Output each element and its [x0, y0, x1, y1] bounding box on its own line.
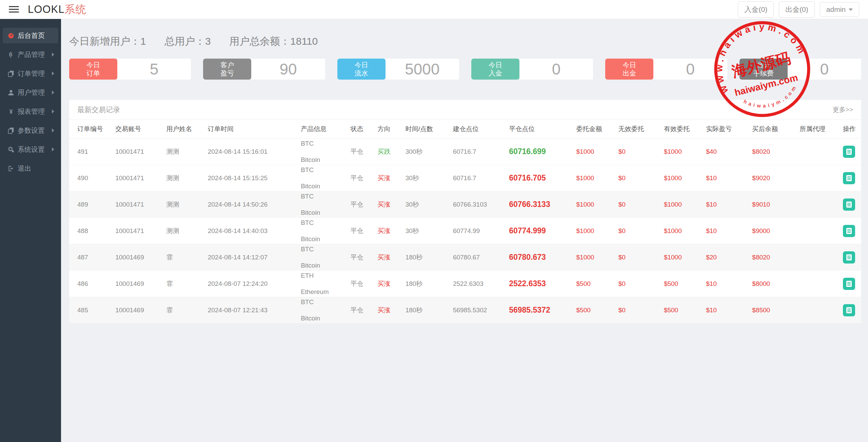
stat-cards-row: 今日订单 5 客户盈亏 90 今日流水 5000 今日入金 0 今日出金 0 当… [69, 59, 861, 80]
order-detail-button[interactable] [843, 304, 855, 316]
cell-direction: 买涨 [375, 297, 403, 323]
sidebar-item-logout[interactable]: 退出 [3, 161, 58, 176]
table-row: 486 10001469 霏 2024-08-07 12:24:20 ETH E… [69, 271, 861, 297]
cell-order-id: 485 [69, 297, 113, 323]
list-icon [846, 175, 852, 182]
order-detail-button[interactable] [843, 172, 855, 184]
cell-direction: 买涨 [375, 244, 403, 271]
cell-username: 霏 [163, 271, 205, 297]
cell-profit: $10 [703, 218, 749, 244]
cell-balance: $8500 [749, 297, 797, 323]
svg-text:¥: ¥ [9, 108, 13, 115]
cell-direction: 买涨 [375, 191, 403, 218]
cell-order-id: 491 [69, 139, 113, 165]
sidebar-item-system[interactable]: 系统设置 [3, 142, 58, 157]
cell-duration: 180秒 [403, 297, 450, 323]
cell-username: 测测 [163, 139, 205, 165]
cell-product: BTC Bitcoin [298, 297, 348, 323]
cell-profit: $10 [703, 165, 749, 191]
cell-status: 平仓 [348, 218, 375, 244]
order-detail-button[interactable] [843, 146, 855, 158]
chevron-down-icon [849, 8, 853, 11]
params-icon [7, 127, 18, 134]
trades-panel: 最新交易记录 更多>> 订单编号 交易账号 用户姓名 订单时间 产品信息 状态 [69, 100, 861, 323]
brand-logo[interactable]: LOOKL系统 [28, 2, 86, 17]
cell-open-price: 60766.3103 [450, 191, 506, 218]
cell-product: BTC Bitcoin [298, 165, 348, 191]
list-icon [846, 201, 852, 208]
sidebar-item-reports[interactable]: ¥ 报表管理 [3, 104, 58, 119]
trades-table-body: 491 10001471 测测 2024-08-14 15:16:01 BTC … [69, 139, 861, 323]
cell-agent [797, 271, 840, 297]
cell-profit: $40 [703, 139, 749, 165]
card-value: 5 [117, 59, 191, 80]
order-detail-button[interactable] [843, 198, 855, 211]
deposit-button[interactable]: 入金(0) [738, 1, 774, 18]
order-detail-button[interactable] [843, 278, 855, 290]
cell-account: 10001471 [113, 191, 163, 218]
cell-amount: $500 [574, 271, 616, 297]
total-users-label: 总用户： [164, 36, 205, 47]
card-today-turnover: 今日流水 5000 [337, 59, 459, 80]
table-row: 485 10001469 霏 2024-08-07 12:21:43 BTC B… [69, 297, 861, 323]
cell-close-price: 60780.673 [506, 244, 573, 271]
cell-open-price: 2522.6303 [450, 271, 506, 297]
chevron-right-icon [52, 52, 54, 57]
sidebar-item-params[interactable]: 参数设置 [3, 123, 58, 138]
table-row: 487 10001469 霏 2024-08-14 14:12:07 BTC B… [69, 244, 861, 271]
col-product: 产品信息 [298, 120, 348, 139]
user-icon [7, 89, 18, 96]
sidebar-item-label: 产品管理 [18, 50, 52, 59]
cell-balance: $9010 [749, 191, 797, 218]
sidebar-item-label: 报表管理 [18, 107, 52, 116]
gear-icon [7, 146, 18, 153]
order-detail-button[interactable] [843, 251, 855, 264]
card-today-fees: 当天手续费 0 [739, 59, 861, 80]
admin-dropdown[interactable]: admin [820, 2, 859, 17]
cell-amount: $1000 [574, 139, 616, 165]
card-today-orders: 今日订单 5 [69, 59, 191, 80]
sidebar-item-orders[interactable]: 订单管理 [3, 66, 58, 81]
total-balance-label: 用户总余额： [229, 36, 290, 47]
cell-amount: $1000 [574, 191, 616, 218]
table-header-row: 订单编号 交易账号 用户姓名 订单时间 产品信息 状态 方向 时间/点数 建仓点… [69, 120, 861, 139]
cell-status: 平仓 [348, 244, 375, 271]
cell-product: BTC Bitcoin [298, 244, 348, 271]
cell-username: 霏 [163, 244, 205, 271]
cell-profit: $10 [703, 271, 749, 297]
card-value: 0 [519, 59, 593, 80]
sidebar-item-products[interactable]: B 产品管理 [3, 47, 58, 62]
card-label: 今日出金 [605, 59, 653, 80]
cell-duration: 300秒 [403, 139, 450, 165]
cell-valid: $1000 [661, 139, 703, 165]
cell-invalid: $0 [616, 271, 661, 297]
cell-agent [797, 139, 840, 165]
more-link[interactable]: 更多>> [833, 105, 853, 114]
card-value: 5000 [386, 59, 459, 80]
order-detail-button[interactable] [843, 225, 855, 237]
cell-account: 10001471 [113, 218, 163, 244]
sidebar-item-home[interactable]: 后台首页 [3, 28, 58, 43]
cell-close-price: 60716.705 [506, 165, 573, 191]
cell-close-price: 56985.5372 [506, 297, 573, 323]
cell-close-price: 60774.999 [506, 218, 573, 244]
sidebar: 后台首页 B 产品管理 订单管理 用户管理 ¥ 报表管理 参数设置 [0, 19, 61, 442]
cell-product: ETH Ethereum [298, 271, 348, 297]
card-today-deposit: 今日入金 0 [471, 59, 593, 80]
cell-username: 测测 [163, 218, 205, 244]
hamburger-menu-icon[interactable] [9, 6, 19, 13]
list-icon [846, 254, 852, 261]
cell-actions [840, 139, 861, 165]
orders-icon [7, 70, 18, 77]
chevron-right-icon [52, 128, 54, 132]
withdraw-button[interactable]: 出金(0) [779, 1, 815, 18]
col-amount: 委托金额 [574, 120, 616, 139]
sidebar-item-label: 参数设置 [18, 126, 52, 135]
cell-open-price: 60774.99 [450, 218, 506, 244]
cell-valid: $1000 [661, 244, 703, 271]
card-today-withdraw: 今日出金 0 [605, 59, 727, 80]
sidebar-item-users[interactable]: 用户管理 [3, 85, 58, 100]
col-valid: 有效委托 [661, 120, 703, 139]
main-content: 今日新增用户：1 总用户：3 用户总余额：18110 今日订单 5 客户盈亏 9… [61, 19, 868, 442]
card-label: 今日流水 [337, 59, 386, 80]
